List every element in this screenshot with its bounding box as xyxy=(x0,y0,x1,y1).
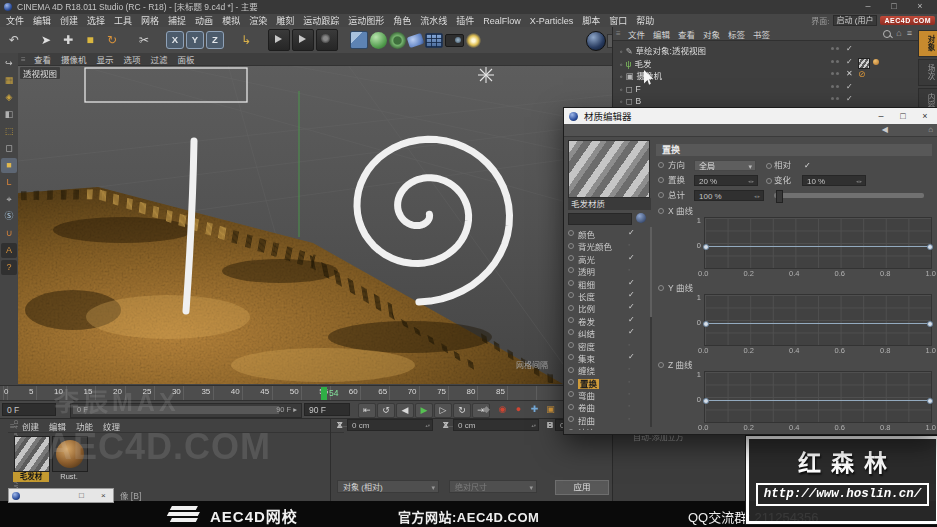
coord-system-icon[interactable]: ↳ xyxy=(236,30,256,50)
me-close-button[interactable]: × xyxy=(914,108,936,124)
menu-item[interactable]: 编辑 xyxy=(33,14,51,27)
channel-checkbox[interactable]: ✓ xyxy=(628,289,635,301)
channel-checkbox[interactable]: ✓ xyxy=(628,314,635,326)
relative-checkbox[interactable]: ✓ xyxy=(804,159,811,172)
object-row[interactable]: ∘✎草绘对象:透视视图 ✓ xyxy=(615,43,915,56)
viewport[interactable]: 查看摄像机显示选项过滤面板 透视视图 网格间隔 xyxy=(18,53,612,385)
close-button[interactable]: × xyxy=(908,0,932,13)
curve-line[interactable] xyxy=(705,323,931,324)
channel-checkbox[interactable] xyxy=(628,264,630,276)
minimize-button[interactable]: – xyxy=(856,0,880,13)
menu-item[interactable]: 角色 xyxy=(393,14,411,27)
render-settings-icon[interactable] xyxy=(316,29,338,51)
edges-mode-icon[interactable]: ◻ xyxy=(1,141,17,156)
keyframe-selection-button[interactable]: ✚ xyxy=(528,403,541,416)
me-maximize-button[interactable]: □ xyxy=(892,108,914,124)
slider-handle[interactable] xyxy=(776,190,783,203)
range-bar[interactable] xyxy=(73,406,279,414)
tree-expander[interactable]: ∘ xyxy=(619,86,623,93)
polygons-mode-icon[interactable]: ■ xyxy=(1,158,17,173)
channel-checkbox[interactable] xyxy=(628,376,630,388)
loop-mode-button[interactable]: ↺ xyxy=(377,403,395,418)
goto-start-button[interactable]: ⇤ xyxy=(358,403,376,418)
light-icon[interactable] xyxy=(466,33,481,48)
material-channel[interactable]: 纠结 ✓ xyxy=(566,326,646,338)
om-menu-item[interactable]: 编辑 xyxy=(653,28,670,40)
menu-item[interactable]: 文件 xyxy=(6,14,24,27)
channel-checkbox[interactable] xyxy=(628,339,630,351)
menu-item[interactable]: 模拟 xyxy=(222,14,240,27)
material-channel[interactable]: 缠绕 xyxy=(566,363,646,375)
cube-primitive-icon[interactable] xyxy=(350,31,368,49)
material-channel[interactable]: 卷发 ✓ xyxy=(566,314,646,326)
curve-plot[interactable]: 1 0 xyxy=(704,217,932,269)
channel-checkbox[interactable] xyxy=(628,363,630,375)
me-minimize-button[interactable]: – xyxy=(870,108,892,124)
channel-checkbox[interactable]: ✓ xyxy=(628,351,635,363)
cloner-icon[interactable] xyxy=(425,33,443,48)
menu-item[interactable]: 脚本 xyxy=(582,14,600,27)
curve-plot[interactable]: 1 0 xyxy=(704,294,932,346)
interface-sphere-icon[interactable] xyxy=(586,31,606,51)
mm-menu-item[interactable]: 创建 xyxy=(22,420,39,432)
chip-restore-button[interactable]: □ xyxy=(79,489,84,502)
channel-checkbox[interactable] xyxy=(628,400,630,412)
viewport-menu-item[interactable]: 面板 xyxy=(178,53,195,65)
menu-item[interactable]: 插件 xyxy=(456,14,474,27)
light-icon[interactable] xyxy=(478,67,494,83)
render-region-icon[interactable] xyxy=(292,29,314,51)
snap-toggle-icon[interactable]: Ⓢ xyxy=(1,209,17,224)
menu-item[interactable]: RealFlow xyxy=(483,16,521,26)
channel-checkbox[interactable] xyxy=(628,425,630,430)
render-view-icon[interactable] xyxy=(268,29,290,51)
z-axis-button[interactable]: Z xyxy=(206,31,224,49)
previous-frame-button[interactable]: ◀ xyxy=(396,403,414,418)
record-keyframe-icon[interactable]: ◆ xyxy=(480,403,493,416)
material-channel[interactable]: 弯曲 xyxy=(566,388,646,400)
om-menu-item[interactable]: 文件 xyxy=(628,28,645,40)
object-row[interactable]: ∘▣摄像机 ✕ ⊘ xyxy=(615,68,915,81)
viewport-canvas[interactable] xyxy=(18,65,612,385)
viewport-menu-item[interactable]: 显示 xyxy=(97,53,114,65)
om-menu-item[interactable]: 对象 xyxy=(703,28,720,40)
filter-list-icon[interactable]: ≡ xyxy=(907,28,912,39)
view-label[interactable]: 透视视图 xyxy=(20,67,60,79)
object-row[interactable]: ∘ψ毛发 ✓ xyxy=(615,56,915,69)
viewport-menu-item[interactable]: 摄像机 xyxy=(61,53,87,65)
menu-item[interactable]: 捕捉 xyxy=(168,14,186,27)
tree-expander[interactable]: ∘ xyxy=(619,61,623,68)
array-icon[interactable] xyxy=(389,32,406,49)
chip-close-button[interactable]: × xyxy=(101,489,106,502)
om-menu-item[interactable]: 书签 xyxy=(753,28,770,40)
coord-size-dropdown[interactable]: 绝对尺寸 xyxy=(449,480,537,493)
record-button[interactable]: ◉ xyxy=(496,403,509,416)
viewport-menu-item[interactable]: 选项 xyxy=(124,53,141,65)
material-label-rust[interactable]: Rust. xyxy=(51,472,87,482)
material-channel[interactable]: 长度 ✓ xyxy=(566,289,646,301)
size-field[interactable]: 0 cm xyxy=(453,419,539,431)
shader-ball-icon[interactable] xyxy=(636,213,646,223)
shader-field[interactable] xyxy=(568,213,632,225)
menu-item[interactable]: 窗口 xyxy=(609,14,627,27)
channel-checkbox[interactable] xyxy=(628,413,630,425)
material-thumbnail-rust[interactable] xyxy=(52,436,88,472)
play-button[interactable]: ▶ xyxy=(415,403,433,418)
curve-line[interactable] xyxy=(705,400,931,401)
channel-checkbox[interactable] xyxy=(628,239,630,251)
material-channel[interactable]: 粗细 ✓ xyxy=(566,277,646,289)
displace-field[interactable]: 20 % xyxy=(694,175,758,186)
channel-checkbox[interactable]: ✓ xyxy=(628,227,635,239)
hair-tag-icon[interactable] xyxy=(873,59,879,65)
curve-line[interactable] xyxy=(705,246,931,247)
menu-item[interactable]: 工具 xyxy=(114,14,132,27)
menu-item[interactable]: 网格 xyxy=(141,14,159,27)
position-field[interactable]: 0 cm xyxy=(347,419,433,431)
cycle-button[interactable]: ↻ xyxy=(453,403,471,418)
search-icon[interactable] xyxy=(883,30,891,38)
material-channel[interactable]: 置换 xyxy=(566,376,646,388)
back-arrow-icon[interactable]: ◀ xyxy=(882,124,888,136)
magnet-snap-icon[interactable]: ∪ xyxy=(1,226,17,241)
home-icon[interactable]: ⌂ xyxy=(896,28,901,39)
frame-range-slider[interactable]: 0 F 90 F ▸ xyxy=(70,403,302,418)
menu-item[interactable]: 动画 xyxy=(195,14,213,27)
